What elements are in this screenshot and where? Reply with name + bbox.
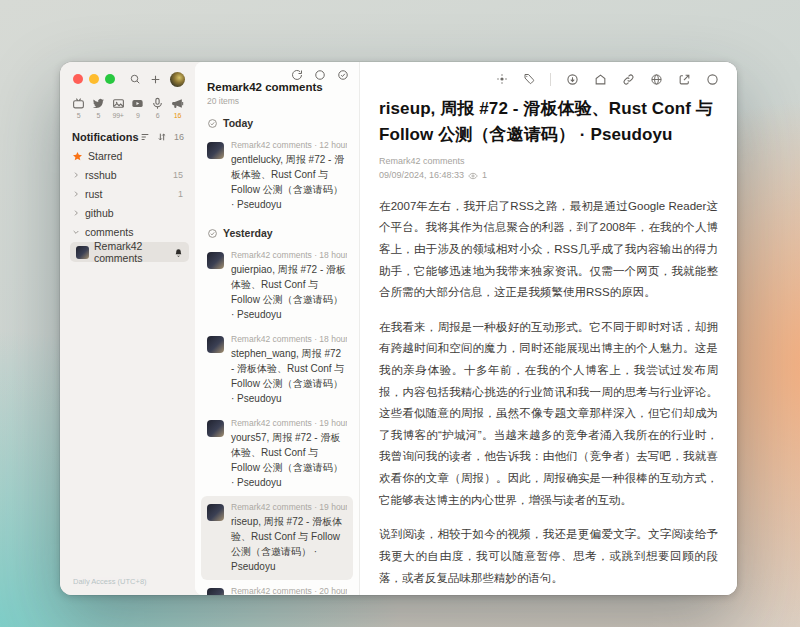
feed-shortcut-podcast[interactable]: 6 [148, 97, 167, 119]
pictures-icon [112, 97, 125, 110]
focus-icon[interactable] [496, 73, 508, 85]
sidebar-item-label: Starred [88, 150, 122, 162]
mark-unread-icon[interactable] [706, 73, 719, 86]
sidebar-item-github[interactable]: github [66, 204, 189, 222]
feed-shortcut-bilibili[interactable]: 5 [69, 97, 88, 119]
unread-count: 5 [77, 112, 81, 119]
unread-filter-icon[interactable] [314, 69, 326, 81]
podcast-icon [151, 97, 164, 110]
entry-source-line: Remark42 comments · 20 hours [231, 586, 347, 595]
feed-shortcut-strip: 5 5 99+ 9 [66, 88, 189, 119]
plus-icon[interactable] [149, 73, 162, 86]
feed-title: Remark42 comments [207, 81, 349, 93]
entry-source-line: Remark42 comments · 19 hours [231, 502, 347, 512]
list-item[interactable]: Remark42 comments · 19 hours riseup, 周报 … [201, 496, 353, 580]
article-source: Remark42 comments [379, 154, 718, 168]
article-paragraph: 在2007年左右，我开启了RSS之路，最初是通过Google Reader这个平… [379, 196, 718, 304]
entry-title: stephen_wang, 周报 #72 - 滑板体验、Rust Conf 与 … [231, 346, 347, 406]
external-link-icon[interactable] [678, 73, 691, 86]
unread-count: 9 [136, 112, 140, 119]
mark-all-read-icon[interactable] [337, 69, 349, 81]
unread-count: 15 [173, 170, 183, 180]
refresh-icon[interactable] [291, 69, 303, 81]
article-title: riseup, 周报 #72 - 滑板体验、Rust Conf 与 Follow… [379, 96, 718, 147]
app-window: 5 5 99+ 9 [60, 62, 737, 595]
star-icon [72, 151, 83, 162]
unread-count: 99+ [112, 112, 123, 119]
sidebar-section-header: Notifications 16 [66, 131, 189, 147]
feed-shortcut-pictures[interactable]: 99+ [109, 97, 128, 119]
sidebar-item-starred[interactable]: Starred [66, 147, 189, 165]
home-icon[interactable] [594, 73, 607, 86]
sidebar-item-comments[interactable]: comments [66, 223, 189, 241]
entry-source-line: Remark42 comments · 18 hours [231, 334, 347, 344]
article-paragraph: 说到阅读，相较于如今的视频，我还是更偏爱文字。文字阅读给予我更大的自由度，我可以… [379, 524, 718, 589]
section-label: Today [223, 117, 253, 129]
circle-check-icon[interactable] [207, 118, 218, 129]
group-icon[interactable] [140, 132, 150, 142]
feed-avatar [207, 504, 224, 521]
list-item[interactable]: Remark42 comments · 18 hours guierpiao, … [201, 244, 353, 328]
section-label: Yesterday [223, 227, 273, 239]
entry-source-line: Remark42 comments · 18 hours [231, 250, 347, 260]
feed-avatar [207, 142, 224, 159]
link-icon[interactable] [622, 73, 635, 86]
entry-source-line: Remark42 comments · 12 hours [231, 140, 347, 150]
item-count: 20 items [207, 96, 349, 106]
sidebar-item-label: comments [85, 226, 133, 238]
article-paragraph: 在我看来，周报是一种极好的互动形式。它不同于即时对话，却拥有跨越时间和空间的魔力… [379, 317, 718, 511]
chevron-right-icon [72, 190, 80, 198]
article-meta: Remark42 comments 09/09/2024, 16:48:33 1 [379, 154, 718, 183]
chevron-right-icon [72, 209, 80, 217]
minimize-button[interactable] [89, 74, 99, 84]
search-icon[interactable] [129, 73, 141, 85]
list-item[interactable]: Remark42 comments · 12 hours gentlelucky… [201, 134, 353, 218]
tag-icon[interactable] [523, 73, 535, 85]
list-item[interactable]: Remark42 comments · 18 hours stephen_wan… [201, 328, 353, 412]
bilibili-icon [72, 97, 85, 110]
feed-avatar [207, 420, 224, 437]
sidebar-item-label: rsshub [85, 169, 117, 181]
sidebar-item-rsshub[interactable]: rsshub 15 [66, 166, 189, 184]
entry-title: riseup, 周报 #72 - 滑板体验、Rust Conf 与 Follow… [231, 514, 347, 574]
reading-pane: riseup, 周报 #72 - 滑板体验、Rust Conf 与 Follow… [360, 62, 737, 595]
unread-count: 16 [174, 112, 181, 119]
arrow-down-circle-icon[interactable] [566, 73, 579, 86]
entry-list-pane: Remark42 comments 20 items Today Remark4… [195, 62, 360, 595]
reading-toolbar [360, 62, 737, 90]
section-unread-count: 16 [174, 132, 184, 142]
unread-count: 5 [96, 112, 100, 119]
feed-avatar [207, 336, 224, 353]
entry-list-section-header: Yesterday [201, 218, 353, 244]
globe-icon[interactable] [650, 73, 663, 86]
sidebar-item-label: Remark42 comments [94, 240, 169, 264]
zoom-button[interactable] [105, 74, 115, 84]
feed-shortcut-youtube[interactable]: 9 [128, 97, 147, 119]
user-avatar[interactable] [170, 72, 185, 87]
feed-shortcut-notifications[interactable]: 16 [168, 97, 187, 119]
sidebar-item-remark42-comments[interactable]: Remark42 comments [70, 242, 189, 262]
article: riseup, 周报 #72 - 滑板体验、Rust Conf 与 Follow… [360, 90, 737, 595]
entry-title: guierpiao, 周报 #72 - 滑板体验、Rust Conf 与 Fol… [231, 262, 347, 322]
entry-list-section-header: Today [201, 108, 353, 134]
list-item[interactable]: Remark42 comments · 19 hours yours57, 周报… [201, 412, 353, 496]
bell-off-icon [174, 248, 183, 257]
unread-count: 1 [178, 189, 183, 199]
article-datetime: 09/09/2024, 16:48:33 [379, 168, 464, 182]
unread-count: 6 [156, 112, 160, 119]
article-body: 在2007年左右，我开启了RSS之路，最初是通过Google Reader这个平… [379, 196, 718, 595]
close-button[interactable] [73, 74, 83, 84]
toolbar-divider [550, 73, 551, 86]
sidebar-item-rust[interactable]: rust 1 [66, 185, 189, 203]
sidebar-footer-label: Daily Access (UTC+8) [73, 577, 147, 586]
main-panel: Remark42 comments 20 items Today Remark4… [195, 62, 737, 595]
feed-shortcut-twitter[interactable]: 5 [89, 97, 108, 119]
list-item[interactable]: Remark42 comments · 20 hours 未央花_, 周报 #7… [201, 580, 353, 595]
entry-list: Today Remark42 comments · 12 hours gentl… [195, 106, 359, 595]
section-title: Notifications [72, 131, 139, 143]
sort-icon[interactable] [157, 132, 167, 142]
chevron-down-icon [72, 228, 80, 236]
circle-check-icon[interactable] [207, 228, 218, 239]
entry-source-line: Remark42 comments · 19 hours [231, 418, 347, 428]
sidebar-nav: Starred rsshub 15 rust 1 github [66, 147, 189, 262]
